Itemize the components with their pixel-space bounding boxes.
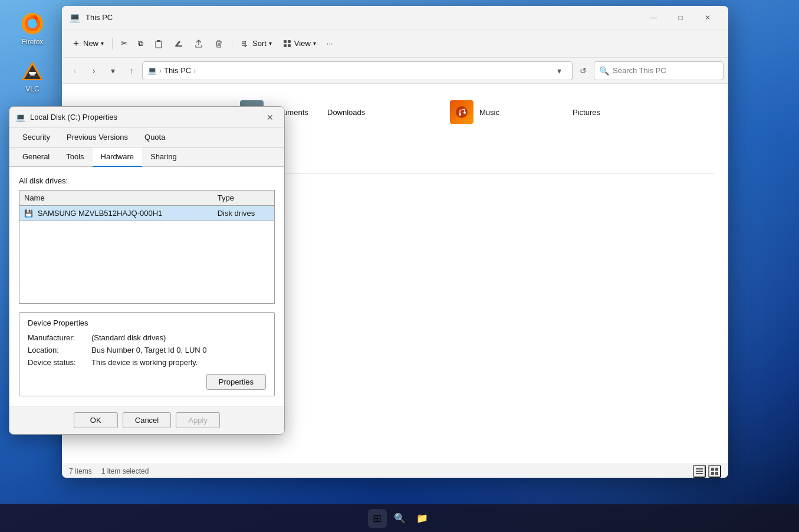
device-props-title: Device Properties (28, 318, 266, 327)
tab-security[interactable]: Security (14, 128, 58, 147)
nav-dropdown-button[interactable]: ▾ (104, 63, 121, 79)
maximize-button[interactable]: □ (667, 8, 694, 27)
nav-up-button[interactable]: ↑ (123, 63, 140, 79)
grid-view-button[interactable] (708, 465, 721, 478)
taskbar-explorer-button[interactable]: 📁 (413, 509, 432, 528)
table-col-name: Name (19, 191, 213, 206)
new-button[interactable]: ＋ New ▾ (67, 34, 108, 53)
apply-button[interactable]: Apply (176, 412, 220, 428)
copy-button[interactable]: ⧉ (133, 35, 148, 52)
properties-button[interactable]: Properties (206, 374, 266, 390)
sort-icon (241, 38, 250, 48)
path-this-pc: This PC (164, 66, 191, 75)
svg-rect-10 (284, 40, 287, 43)
view-label: View (294, 39, 311, 48)
desktop-icon-vlc[interactable]: VLC (12, 59, 53, 93)
desktop-icon-firefox[interactable]: Firefox (12, 12, 53, 46)
cut-icon: ✂ (121, 39, 127, 48)
cancel-button[interactable]: Cancel (123, 412, 171, 428)
tab-general[interactable]: General (14, 147, 58, 167)
prop-row-manufacturer: Manufacturer: (Standard disk drives) (28, 333, 266, 342)
taskbar-icons: ⊞ 🔍 📁 (368, 509, 432, 528)
nav-forward-button[interactable]: › (86, 63, 102, 79)
refresh-button[interactable]: ↺ (575, 63, 591, 79)
rename-button[interactable] (169, 35, 188, 52)
folder-item-downloads[interactable]: Downloads (321, 96, 439, 129)
device-row-icon: 💾 (24, 209, 33, 218)
svg-rect-30 (696, 468, 703, 469)
svg-point-20 (459, 113, 461, 116)
manufacturer-value: (Standard disk drives) (91, 333, 166, 342)
dialog-tabs: Security Previous Versions Quota (9, 128, 284, 147)
list-view-button[interactable] (693, 465, 706, 478)
paste-button[interactable] (149, 35, 168, 52)
address-path[interactable]: 💻 › This PC › ▾ (142, 61, 573, 80)
taskbar-search-button[interactable]: 🔍 (390, 509, 409, 528)
svg-rect-34 (715, 468, 718, 471)
properties-dialog: 💻 Local Disk (C:) Properties ✕ Security … (9, 106, 285, 435)
manufacturer-label: Manufacturer: (28, 333, 87, 342)
nav-back-button[interactable]: ‹ (67, 63, 83, 79)
vlc-icon (21, 59, 44, 83)
dialog-tabs-2: General Tools Hardware Sharing (9, 147, 284, 167)
svg-rect-31 (696, 471, 703, 472)
close-button[interactable]: ✕ (694, 8, 721, 27)
more-button[interactable]: ··· (322, 35, 338, 51)
search-input[interactable] (613, 66, 718, 75)
copy-icon: ⧉ (138, 39, 143, 48)
prop-row-device-status: Device status: This device is working pr… (28, 358, 266, 367)
explorer-window-icon: 💻 (69, 12, 81, 23)
path-computer-icon: 💻 (147, 66, 157, 75)
minimize-button[interactable]: — (640, 8, 667, 27)
delete-button[interactable] (209, 35, 228, 52)
svg-rect-8 (157, 40, 160, 42)
props-button-row: Properties (28, 374, 266, 390)
view-icon (282, 38, 292, 48)
device-status-label: Device status: (28, 358, 87, 367)
device-status-value: This device is working properly. (91, 358, 198, 367)
delete-icon (214, 38, 223, 48)
downloads-label: Downloads (327, 108, 365, 117)
sort-button[interactable]: Sort ▾ (236, 35, 277, 52)
device-list-empty (19, 221, 275, 304)
cut-button[interactable]: ✂ (116, 35, 132, 51)
folder-item-music[interactable]: Music (444, 96, 562, 129)
svg-rect-13 (288, 44, 291, 47)
tab-previous-versions[interactable]: Previous Versions (58, 128, 136, 147)
dialog-close-button[interactable]: ✕ (262, 110, 278, 124)
address-dropdown-button[interactable]: ▾ (551, 63, 567, 79)
toolbar-separator-1 (112, 38, 113, 50)
share-icon (194, 38, 203, 48)
svg-point-19 (456, 106, 468, 118)
prop-row-location: Location: Bus Number 0, Target Id 0, LUN… (28, 346, 266, 354)
tab-hardware[interactable]: Hardware (93, 147, 142, 167)
device-type-cell: Disk drives (213, 206, 275, 221)
tab-sharing[interactable]: Sharing (142, 147, 185, 167)
more-icon: ··· (327, 39, 333, 48)
window-title: This PC (86, 13, 635, 22)
search-box[interactable]: 🔍 (594, 61, 724, 80)
svg-rect-36 (715, 472, 718, 475)
paste-icon (154, 38, 163, 48)
device-name-cell: 💾 SAMSUNG MZVLB512HAJQ-000H1 (19, 206, 213, 221)
svg-rect-9 (175, 45, 182, 47)
tab-quota[interactable]: Quota (136, 128, 173, 147)
folder-item-pictures[interactable]: Pictures (567, 96, 685, 129)
view-button[interactable]: View ▾ (278, 35, 321, 52)
path-separator-1: › (159, 67, 162, 75)
svg-rect-7 (156, 41, 162, 48)
dialog-title-bar: 💻 Local Disk (C:) Properties ✕ (9, 107, 284, 128)
all-disk-drives-label: All disk drives: (19, 176, 275, 185)
status-bar: 7 items 1 item selected (62, 464, 728, 478)
tab-tools[interactable]: Tools (58, 147, 92, 167)
share-button[interactable] (189, 35, 208, 52)
dialog-footer: OK Cancel Apply (9, 406, 284, 434)
pictures-label: Pictures (573, 108, 600, 117)
rename-icon (174, 38, 183, 48)
address-bar: ‹ › ▾ ↑ 💻 › This PC › ▾ ↺ 🔍 (62, 58, 728, 84)
svg-point-2 (28, 19, 37, 28)
taskbar-start-button[interactable]: ⊞ (368, 509, 387, 528)
table-row[interactable]: 💾 SAMSUNG MZVLB512HAJQ-000H1 Disk drives (19, 206, 275, 221)
svg-point-21 (463, 111, 466, 114)
ok-button[interactable]: OK (74, 412, 118, 428)
